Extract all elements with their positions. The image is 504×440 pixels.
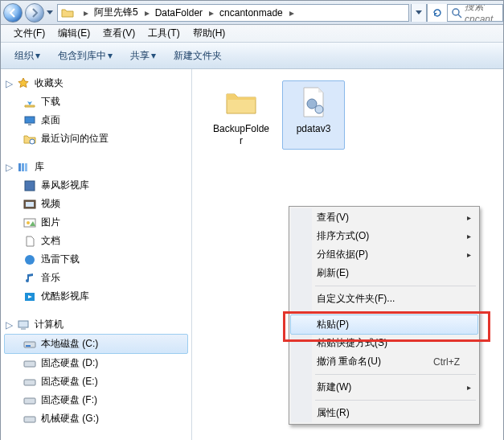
xunlei-icon [23, 253, 36, 266]
ctx-undo-rename[interactable]: 撤消 重命名(U)Ctrl+Z [291, 352, 477, 371]
toolbar-label: 包含到库中 [58, 49, 106, 63]
ctx-label: 查看(V) [317, 211, 349, 224]
breadcrumb[interactable]: DataFolder [152, 5, 207, 21]
menu-edit[interactable]: 编辑(E) [51, 27, 96, 40]
toolbar-new-folder[interactable]: 新建文件夹 [165, 46, 231, 65]
sidebar-group-favorites[interactable]: ▷ 收藏夹 [1, 74, 191, 93]
sidebar-item-baofeng[interactable]: 暴风影视库 [1, 176, 191, 195]
refresh-button[interactable] [427, 4, 447, 22]
context-menu: 查看(V) 排序方式(O) 分组依据(P) 刷新(E) 自定义文件夹(F)...… [289, 206, 480, 425]
address-row: ▸ 阿里先锋5 ▸ DataFolder ▸ cncantonmade ▸ 搜索… [1, 1, 503, 25]
menu-tools[interactable]: 工具(T) [141, 27, 186, 40]
toolbar-organize[interactable]: 组织▾ [6, 46, 49, 65]
forward-button[interactable] [25, 3, 44, 23]
sidebar-item-documents[interactable]: 文档 [1, 232, 191, 250]
picture-icon [23, 216, 36, 229]
sidebar-label: 收藏夹 [35, 76, 64, 90]
menu-file[interactable]: 文件(F) [7, 27, 51, 40]
ctx-refresh[interactable]: 刷新(E) [291, 264, 477, 282]
drive-icon [23, 394, 36, 407]
sidebar-item-music[interactable]: 音乐 [1, 269, 191, 287]
sidebar-item-videos[interactable]: 视频 [1, 195, 191, 213]
sidebar-item-pictures[interactable]: 图片 [1, 213, 191, 232]
document-icon [23, 235, 36, 248]
sidebar-label: 固态硬盘 (F:) [41, 393, 97, 407]
sidebar: ▷ 收藏夹 下载 桌面 最近访问的位置 ▷ 库 暴风影视库 视频 图片 文档 迅… [1, 69, 192, 440]
toolbar-include[interactable]: 包含到库中▾ [49, 46, 121, 65]
ctx-shortcut: Ctrl+Z [433, 356, 460, 368]
sidebar-item-xunlei[interactable]: 迅雷下载 [1, 250, 191, 269]
sidebar-label: 暴风影视库 [41, 179, 89, 192]
ctx-label: 自定义文件夹(F)... [317, 292, 395, 306]
sidebar-item-drive-d[interactable]: 固态硬盘 (D:) [1, 354, 191, 372]
ctx-view[interactable]: 查看(V) [291, 208, 477, 227]
ctx-label: 撤消 重命名(U) [317, 355, 381, 368]
sidebar-item-drive-f[interactable]: 固态硬盘 (F:) [1, 391, 191, 409]
menu-view[interactable]: 查看(V) [96, 27, 141, 40]
sidebar-label: 固态硬盘 (D:) [41, 356, 98, 370]
address-dropdown[interactable] [411, 4, 427, 22]
ctx-group[interactable]: 分组依据(P) [291, 245, 477, 264]
svg-rect-23 [24, 417, 35, 422]
ctx-label: 粘贴(P) [317, 318, 349, 331]
file-item-folder[interactable]: BackupFolder [210, 80, 272, 150]
svg-point-13 [25, 255, 35, 265]
svg-point-12 [27, 221, 30, 224]
sidebar-item-drive-e[interactable]: 固态硬盘 (E:) [1, 372, 191, 391]
nav-history-dropdown[interactable] [44, 3, 55, 23]
sidebar-label: 最近访问的位置 [41, 132, 109, 146]
sidebar-item-recent[interactable]: 最近访问的位置 [1, 130, 191, 148]
sidebar-label: 本地磁盘 (C:) [41, 337, 98, 351]
svg-rect-16 [18, 321, 28, 327]
sidebar-label: 音乐 [41, 271, 60, 285]
desktop-icon [23, 114, 36, 127]
drive-icon [23, 376, 36, 389]
file-label: BackupFolder [212, 123, 270, 147]
svg-rect-10 [26, 202, 34, 207]
breadcrumb[interactable]: 阿里先锋5 [91, 5, 142, 21]
ctx-label: 属性(R) [317, 406, 350, 420]
library-icon [17, 161, 30, 174]
ctx-paste-shortcut[interactable]: 粘贴快捷方式(S) [291, 334, 477, 352]
sidebar-item-desktop[interactable]: 桌面 [1, 111, 191, 130]
sidebar-item-drive-g[interactable]: 机械硬盘 (G:) [1, 409, 191, 428]
svg-point-14 [26, 279, 29, 282]
drive-icon [23, 413, 36, 426]
address-bar[interactable]: ▸ 阿里先锋5 ▸ DataFolder ▸ cncantonmade ▸ [57, 4, 409, 22]
video-icon [23, 198, 36, 211]
search-input[interactable]: 搜索 cncant [447, 4, 503, 22]
sidebar-group-computer[interactable]: ▷ 计算机 [1, 315, 191, 334]
sidebar-group-libraries[interactable]: ▷ 库 [1, 158, 191, 176]
sidebar-label: 计算机 [35, 318, 64, 331]
toolbar-label: 组织 [14, 49, 34, 63]
svg-point-0 [453, 9, 459, 15]
ctx-label: 刷新(E) [317, 266, 349, 280]
sidebar-item-downloads[interactable]: 下载 [1, 93, 191, 111]
ctx-new[interactable]: 新建(W) [291, 378, 477, 397]
toolbar-share[interactable]: 共享▾ [121, 46, 165, 65]
menu-help[interactable]: 帮助(H) [186, 27, 232, 40]
youku-icon [23, 290, 36, 303]
svg-rect-17 [21, 328, 26, 330]
svg-rect-2 [25, 117, 35, 123]
file-grid: BackupFolder pdatav3 [210, 80, 503, 150]
file-item-config[interactable]: pdatav3 [282, 80, 345, 150]
file-label: pdatav3 [297, 123, 331, 135]
ctx-customize[interactable]: 自定义文件夹(F)... [291, 290, 477, 308]
sidebar-item-youku[interactable]: 优酷影视库 [1, 287, 191, 306]
music-icon [23, 272, 36, 285]
search-placeholder: 搜索 cncant [465, 4, 502, 22]
ctx-label: 新建(W) [317, 380, 351, 394]
breadcrumb-label: cncantonmade [219, 7, 283, 19]
svg-rect-6 [22, 163, 24, 171]
sidebar-label: 库 [35, 160, 44, 174]
ctx-sort[interactable]: 排序方式(O) [291, 227, 477, 245]
breadcrumb[interactable]: cncantonmade [216, 5, 287, 21]
ctx-paste[interactable]: 粘贴(P) [290, 315, 478, 335]
back-button[interactable] [3, 3, 23, 23]
sidebar-item-drive-c[interactable]: 本地磁盘 (C:) [4, 334, 188, 354]
ctx-label: 排序方式(O) [317, 229, 369, 243]
svg-rect-19 [26, 345, 31, 347]
ctx-properties[interactable]: 属性(R) [291, 404, 477, 422]
drive-icon [23, 357, 36, 370]
